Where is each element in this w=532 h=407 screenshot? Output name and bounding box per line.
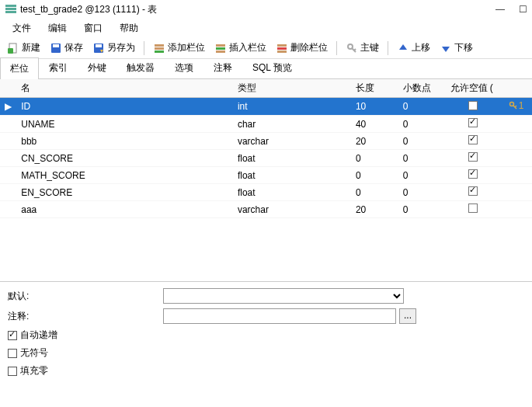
allownull-checkbox[interactable] — [468, 152, 478, 162]
default-select[interactable] — [163, 288, 404, 304]
row-marker — [0, 133, 16, 150]
toolbar-separator — [336, 41, 337, 55]
cell-decimals[interactable]: 0 — [398, 167, 446, 184]
autoincrement-label: 自动递增 — [20, 329, 57, 342]
cell-decimals[interactable]: 0 — [398, 116, 446, 133]
cell-allownull[interactable] — [446, 133, 501, 150]
maximize-button[interactable]: ☐ — [519, 4, 527, 15]
insertfield-button[interactable]: 插入栏位 — [210, 40, 270, 56]
cell-key[interactable] — [500, 116, 532, 133]
table-row[interactable]: aaavarchar200 — [0, 201, 532, 218]
cell-key[interactable] — [500, 133, 532, 150]
cell-length[interactable]: 0 — [351, 167, 398, 184]
table-row[interactable]: EN_SCOREfloat00 — [0, 184, 532, 201]
allownull-checkbox[interactable] — [468, 118, 478, 127]
cell-type[interactable]: float — [233, 150, 351, 167]
cell-type[interactable]: varchar — [233, 201, 351, 218]
unsigned-checkbox[interactable] — [8, 349, 17, 358]
table-row[interactable]: MATH_SCOREfloat00 — [0, 167, 532, 184]
cell-allownull[interactable] — [446, 116, 501, 133]
col-type-header[interactable]: 类型 — [233, 79, 351, 98]
cell-name[interactable]: bbb — [16, 133, 233, 150]
allownull-checkbox[interactable] — [468, 135, 478, 144]
cell-key[interactable] — [500, 201, 532, 218]
cell-type[interactable]: float — [233, 167, 351, 184]
col-marker — [0, 79, 16, 98]
comment-label: 注释: — [8, 310, 163, 323]
cell-decimals[interactable]: 0 — [398, 150, 446, 167]
saveas-button[interactable]: 另存为 — [89, 40, 139, 56]
col-allownull-header[interactable]: 允许空值 ( — [446, 79, 501, 98]
comment-input[interactable] — [163, 308, 396, 324]
cell-type[interactable]: varchar — [233, 133, 351, 150]
cell-key[interactable] — [500, 184, 532, 201]
cell-length[interactable]: 20 — [351, 201, 398, 218]
row-marker — [0, 184, 16, 201]
addfield-button[interactable]: 添加栏位 — [149, 40, 209, 56]
allownull-checkbox[interactable] — [468, 169, 478, 179]
movedown-button[interactable]: 下移 — [436, 40, 477, 56]
cell-name[interactable]: CN_SCORE — [16, 150, 233, 167]
cell-length[interactable]: 10 — [351, 98, 398, 116]
row-marker — [0, 150, 16, 167]
minimize-button[interactable]: — — [495, 4, 505, 15]
table-row[interactable]: bbbvarchar200 — [0, 133, 532, 150]
svg-rect-2 — [5, 11, 16, 13]
svg-rect-11 — [155, 50, 164, 53]
cell-name[interactable]: EN_SCORE — [16, 184, 233, 201]
cell-type[interactable]: int — [233, 98, 351, 116]
cell-name[interactable]: UNAME — [16, 116, 233, 133]
cell-key[interactable] — [500, 150, 532, 167]
menu-file[interactable]: 文件 — [5, 20, 39, 37]
cell-allownull[interactable] — [446, 98, 501, 116]
table-row[interactable]: CN_SCOREfloat00 — [0, 150, 532, 167]
cell-name[interactable]: MATH_SCORE — [16, 167, 233, 184]
menu-help[interactable]: 帮助 — [112, 20, 146, 37]
cell-type[interactable]: char — [233, 116, 351, 133]
tab-triggers[interactable]: 触发器 — [116, 57, 165, 78]
menu-edit[interactable]: 编辑 — [40, 20, 75, 37]
allownull-checkbox[interactable] — [468, 204, 478, 213]
comment-browse-button[interactable]: ... — [399, 308, 416, 324]
autoincrement-checkbox[interactable] — [8, 331, 17, 340]
tab-foreignkeys[interactable]: 外键 — [78, 57, 116, 78]
tab-fields[interactable]: 栏位 — [0, 57, 39, 79]
zerofill-checkbox[interactable] — [8, 367, 17, 376]
cell-allownull[interactable] — [446, 167, 501, 184]
cell-allownull[interactable] — [446, 150, 501, 167]
cell-decimals[interactable]: 0 — [398, 201, 446, 218]
save-icon — [50, 42, 62, 54]
cell-decimals[interactable]: 0 — [398, 98, 446, 116]
col-decimals-header[interactable]: 小数点 — [398, 79, 446, 98]
cell-decimals[interactable]: 0 — [398, 184, 446, 201]
allownull-checkbox[interactable] — [468, 101, 478, 110]
cell-allownull[interactable] — [446, 201, 501, 218]
cell-length[interactable]: 40 — [351, 116, 398, 133]
menu-window[interactable]: 窗口 — [76, 20, 110, 37]
col-name-header[interactable]: 名 — [16, 79, 233, 98]
save-button[interactable]: 保存 — [46, 40, 87, 56]
col-length-header[interactable]: 长度 — [351, 79, 398, 98]
primarykey-button[interactable]: 主键 — [342, 40, 383, 56]
table-row[interactable]: ▶IDint1001 — [0, 98, 532, 116]
table-row[interactable]: UNAMEchar400 — [0, 116, 532, 133]
tab-sqlpreview[interactable]: SQL 预览 — [242, 57, 302, 78]
tab-comment[interactable]: 注释 — [203, 57, 242, 78]
cell-name[interactable]: aaa — [16, 201, 233, 218]
cell-decimals[interactable]: 0 — [398, 133, 446, 150]
svg-rect-17 — [277, 50, 287, 53]
allownull-checkbox[interactable] — [468, 186, 478, 196]
cell-type[interactable]: float — [233, 184, 351, 201]
cell-length[interactable]: 20 — [351, 133, 398, 150]
tab-indexes[interactable]: 索引 — [39, 57, 78, 78]
cell-length[interactable]: 0 — [351, 184, 398, 201]
cell-allownull[interactable] — [446, 184, 501, 201]
deletefield-button[interactable]: 删除栏位 — [272, 40, 332, 56]
cell-length[interactable]: 0 — [351, 150, 398, 167]
tab-options[interactable]: 选项 — [165, 57, 203, 78]
cell-key[interactable] — [500, 167, 532, 184]
moveup-button[interactable]: 上移 — [393, 40, 434, 56]
cell-key[interactable]: 1 — [500, 98, 532, 116]
cell-name[interactable]: ID — [16, 98, 233, 116]
new-button[interactable]: 新建 — [3, 40, 44, 56]
